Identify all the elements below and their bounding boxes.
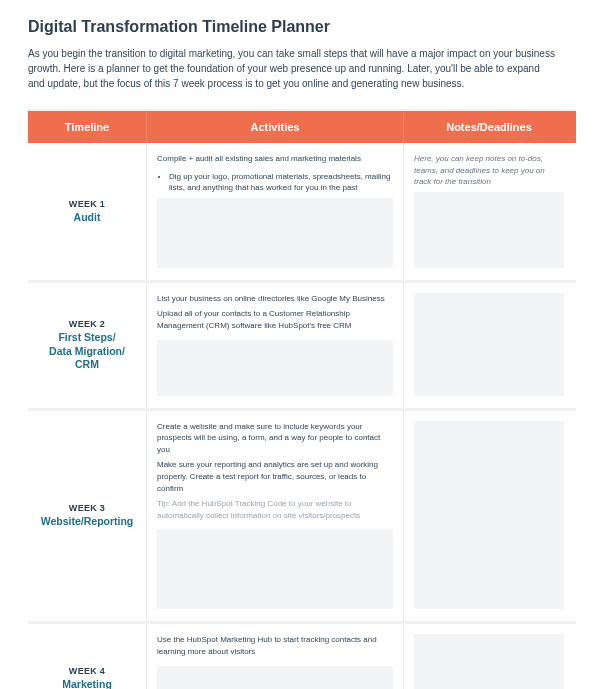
notes-write-area[interactable]: [414, 421, 564, 610]
table-row: WEEK 4 Marketing Use the HubSpot Marketi…: [28, 624, 576, 689]
activity-bullets: Dig up your logo, promotional materials,…: [157, 171, 393, 194]
activities-cell: Use the HubSpot Marketing Hub to start t…: [146, 624, 404, 689]
week-label: WEEK 4: [69, 666, 105, 676]
activity-tip: Tip: Add the HubSpot Tracking Code to yo…: [157, 498, 393, 521]
notes-write-area[interactable]: [414, 293, 564, 396]
week-name: Website/Reporting: [41, 515, 134, 528]
week-label: WEEK 3: [69, 503, 105, 513]
notes-cell: [404, 283, 574, 408]
activity-write-area[interactable]: [157, 198, 393, 268]
header-timeline: Timeline: [28, 111, 146, 143]
week-name: First Steps/Data Migration/CRM: [49, 331, 125, 370]
notes-write-area[interactable]: [414, 192, 564, 268]
notes-cell: Here, you can keep notes on to-dos, team…: [404, 143, 574, 280]
timeline-cell: WEEK 2 First Steps/Data Migration/CRM: [28, 283, 146, 408]
table-header: Timeline Activities Notes/Deadlines: [28, 111, 576, 143]
week-name: Audit: [74, 211, 101, 224]
page-title: Digital Transformation Timeline Planner: [28, 18, 576, 36]
intro-text: As you begin the transition to digital m…: [28, 46, 558, 91]
notes-cell: [404, 411, 574, 622]
activity-para: Use the HubSpot Marketing Hub to start t…: [157, 634, 393, 657]
activity-para: Upload all of your contacts to a Custome…: [157, 308, 393, 331]
activities-cell: Create a website and make sure to includ…: [146, 411, 404, 622]
activity-bullet: Dig up your logo, promotional materials,…: [169, 171, 393, 194]
activity-write-area[interactable]: [157, 666, 393, 690]
planner-table: Timeline Activities Notes/Deadlines WEEK…: [28, 109, 576, 689]
header-notes: Notes/Deadlines: [404, 111, 574, 143]
timeline-cell: WEEK 3 Website/Reporting: [28, 411, 146, 622]
notes-cell: [404, 624, 574, 689]
week-label: WEEK 2: [69, 319, 105, 329]
activity-para: Create a website and make sure to includ…: [157, 421, 393, 456]
timeline-cell: WEEK 4 Marketing: [28, 624, 146, 689]
week-name: Marketing: [62, 678, 112, 689]
activities-cell: Compile + audit all existing sales and m…: [146, 143, 404, 280]
timeline-cell: WEEK 1 Audit: [28, 143, 146, 280]
notes-write-area[interactable]: [414, 634, 564, 689]
activity-para: List your business on online directories…: [157, 293, 393, 305]
table-row: WEEK 3 Website/Reporting Create a websit…: [28, 411, 576, 625]
planner-page: Digital Transformation Timeline Planner …: [0, 0, 600, 689]
header-activities: Activities: [146, 111, 404, 143]
activity-write-area[interactable]: [157, 340, 393, 396]
activity-para: Make sure your reporting and analytics a…: [157, 459, 393, 494]
table-row: WEEK 1 Audit Compile + audit all existin…: [28, 143, 576, 283]
activities-cell: List your business on online directories…: [146, 283, 404, 408]
week-label: WEEK 1: [69, 199, 105, 209]
activity-lead: Compile + audit all existing sales and m…: [157, 153, 393, 165]
activity-write-area[interactable]: [157, 529, 393, 609]
table-row: WEEK 2 First Steps/Data Migration/CRM Li…: [28, 283, 576, 411]
notes-text: Here, you can keep notes on to-dos, team…: [414, 153, 564, 188]
